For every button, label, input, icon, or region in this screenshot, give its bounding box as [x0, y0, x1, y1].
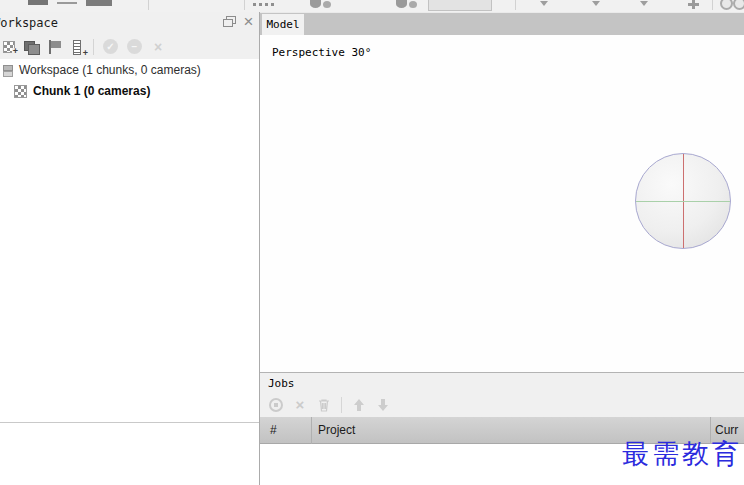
toolbar-partial-icon[interactable] [323, 1, 331, 8]
chunk-icon [14, 85, 27, 98]
toolbar-chevron-icon[interactable] [640, 1, 648, 6]
workspace-toolbar [0, 34, 259, 59]
close-icon[interactable] [241, 12, 256, 32]
add-chunk-icon[interactable] [3, 41, 15, 53]
enable-icon[interactable] [103, 39, 118, 54]
toolbar-partial-icon[interactable] [86, 0, 112, 6]
workspace-root-icon [2, 64, 13, 77]
panel-divider [0, 422, 259, 423]
move-up-icon[interactable] [352, 398, 366, 412]
tree-item-label: Chunk 1 (0 cameras) [33, 84, 150, 98]
toolbar-plus-icon[interactable] [688, 0, 699, 9]
delete-icon[interactable] [317, 398, 331, 412]
tree-item-chunk-1[interactable]: Chunk 1 (0 cameras) [14, 84, 150, 98]
toolbar-partial-icon[interactable] [310, 0, 321, 8]
disable-icon[interactable] [127, 39, 142, 54]
tree-item-label: Workspace (1 chunks, 0 cameras) [19, 63, 201, 77]
toolbar-separator [93, 39, 94, 55]
add-photos-icon[interactable] [24, 40, 38, 54]
right-region: Model Perspective 30° Jobs [260, 12, 744, 485]
application-window: Workspace Workspace (1 chunks, 0 cameras… [0, 0, 744, 485]
add-scalebar-icon[interactable] [70, 40, 84, 54]
toolbar-ring-icon[interactable] [720, 0, 733, 10]
column-header-number[interactable]: # [270, 417, 277, 444]
jobs-toolbar [260, 393, 744, 417]
remove-icon[interactable] [151, 40, 165, 54]
toolbar-separator [712, 0, 713, 10]
toolbar-pressed-button[interactable] [428, 0, 492, 11]
column-separator[interactable] [311, 417, 312, 444]
toolbar-separator [341, 397, 342, 413]
horizontal-axis-line [636, 201, 731, 202]
view-tab-bar: Model [260, 12, 744, 35]
tab-model[interactable]: Model [262, 14, 304, 36]
trackball-sphere[interactable] [635, 153, 731, 249]
tree-item-workspace-root[interactable]: Workspace (1 chunks, 0 cameras) [2, 63, 201, 77]
toolbar-dots-icon[interactable] [253, 3, 275, 6]
model-viewport[interactable]: Perspective 30° [260, 35, 744, 372]
toolbar-partial-icon[interactable] [396, 0, 407, 8]
toolbar-chevron-icon[interactable] [540, 1, 548, 6]
cancel-icon[interactable] [293, 398, 307, 412]
toolbar-partial-icon[interactable] [57, 2, 77, 4]
workspace-panel-title: Workspace [0, 16, 58, 30]
workspace-panel-header[interactable]: Workspace [0, 12, 259, 34]
column-header-project[interactable]: Project [318, 417, 355, 444]
toolbar-partial-icon[interactable] [409, 1, 417, 8]
toolbar-separator [244, 0, 245, 10]
toolbar-chevron-icon[interactable] [592, 1, 600, 6]
toolbar-partial-icon[interactable] [28, 0, 48, 5]
add-marker-icon[interactable] [47, 40, 61, 54]
stop-icon[interactable] [269, 398, 283, 412]
toolbar-ring-icon[interactable] [733, 0, 744, 10]
toolbar-separator [515, 0, 516, 10]
move-down-icon[interactable] [376, 398, 390, 412]
workspace-panel: Workspace Workspace (1 chunks, 0 cameras… [0, 12, 259, 485]
float-icon[interactable] [223, 16, 236, 27]
toolbar-separator [148, 0, 149, 10]
jobs-panel-title: Jobs [268, 377, 295, 390]
perspective-label: Perspective 30° [272, 46, 371, 59]
watermark-text: 最需教育 [622, 436, 742, 472]
